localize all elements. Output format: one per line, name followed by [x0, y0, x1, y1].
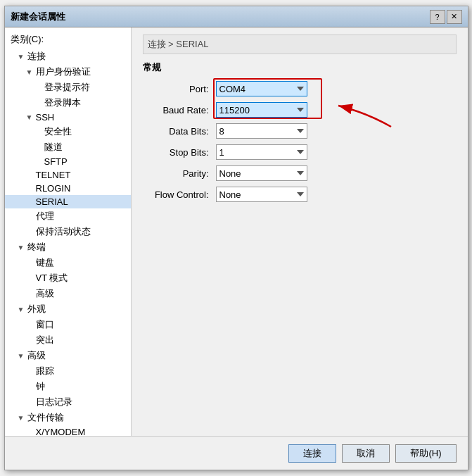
tree-item-rlogin[interactable]: RLOGIN [5, 182, 131, 195]
spacer-19 [25, 427, 34, 437]
tree-item-keyboard[interactable]: 键盘 [5, 255, 131, 270]
expand-icon-auth: ▼ [25, 67, 34, 77]
stop-bits-label: Stop Bits: [143, 147, 213, 158]
help-footer-button[interactable]: 帮助(H) [395, 444, 456, 463]
expand-icon-ssh: ▼ [25, 113, 34, 123]
tree-item-xymodem[interactable]: X/YMODEM [5, 425, 131, 436]
expand-icon-file-transfer: ▼ [16, 413, 26, 422]
stop-bits-select[interactable]: 1 1.5 2 [216, 144, 307, 160]
spacer-7 [25, 184, 34, 194]
baud-rate-wrapper: 115200 9600 19200 38400 57600 230400 [216, 102, 457, 118]
spacer-17 [25, 382, 34, 392]
expand-icon-appearance: ▼ [16, 304, 26, 314]
title-bar-buttons: ? ✕ [430, 10, 462, 24]
tree-item-keepalive[interactable]: 保持活动状态 [5, 224, 131, 239]
tree-item-tunnel[interactable]: 隧道 [5, 139, 131, 155]
category-label: 类别(C): [5, 30, 131, 49]
spacer-12 [25, 273, 34, 283]
parity-select[interactable]: None Odd Even Mark Space [216, 165, 307, 181]
title-bar: 新建会话属性 ? ✕ [5, 6, 468, 27]
tree-item-vt-mode[interactable]: VT 模式 [5, 270, 131, 286]
tree-item-auth[interactable]: ▼ 用户身份验证 [5, 64, 131, 80]
breadcrumb: 连接 > SERIAL [143, 35, 457, 54]
baud-rate-label: Baud Rate: [143, 105, 213, 115]
flow-control-label: Flow Control: [143, 189, 213, 200]
spacer-14 [25, 320, 34, 330]
spacer-18 [25, 397, 34, 407]
tree-item-login-script[interactable]: 登录脚本 [5, 95, 131, 111]
spacer-10 [25, 227, 34, 237]
close-button[interactable]: ✕ [447, 10, 462, 24]
spacer-16 [25, 366, 34, 376]
stop-bits-wrapper: 1 1.5 2 [216, 144, 457, 160]
expand-icon-connection: ▼ [16, 51, 26, 61]
tree-item-advanced2[interactable]: ▼ 高级 [5, 348, 131, 363]
data-bits-wrapper: 8 5 6 7 [216, 123, 457, 139]
tree-item-clock[interactable]: 钟 [5, 379, 131, 394]
parity-label: Parity: [143, 168, 213, 179]
form-container: Port: COM4 COM1 COM2 COM3 COM5 Baud Rate… [143, 81, 457, 202]
parity-wrapper: None Odd Even Mark Space [216, 165, 457, 181]
tree-item-advanced[interactable]: 高级 [5, 286, 131, 301]
tree-item-login-prompt[interactable]: 登录提示符 [5, 80, 131, 95]
tree-item-security[interactable]: 安全性 [5, 124, 131, 139]
tree-item-highlight[interactable]: 突出 [5, 332, 131, 348]
data-bits-label: Data Bits: [143, 126, 213, 137]
right-panel: 连接 > SERIAL 常规 [132, 27, 468, 436]
tree-item-sftp[interactable]: SFTP [5, 155, 131, 168]
spacer-15 [25, 335, 34, 345]
dialog-footer: 连接 取消 帮助(H) [5, 436, 468, 470]
dialog: 新建会话属性 ? ✕ 类别(C): ▼ 连接 ▼ 用户身份验证 登录提示符 [4, 6, 468, 470]
flow-control-wrapper: None XON/XOFF RTS/CTS DSR/DTR [216, 187, 457, 202]
flow-control-select[interactable]: None XON/XOFF RTS/CTS DSR/DTR [216, 187, 307, 202]
spacer-3 [33, 127, 43, 137]
cancel-button[interactable]: 取消 [342, 444, 390, 463]
tree-item-connection[interactable]: ▼ 连接 [5, 49, 131, 64]
help-button[interactable]: ? [430, 10, 445, 24]
spacer-13 [25, 289, 34, 299]
spacer-6 [25, 170, 34, 180]
spacer-8 [25, 197, 34, 207]
spacer-1 [33, 82, 43, 92]
connect-button[interactable]: 连接 [288, 444, 336, 463]
port-select[interactable]: COM4 COM1 COM2 COM3 COM5 [216, 81, 307, 96]
spacer-5 [33, 157, 43, 167]
tree-item-ssh[interactable]: ▼ SSH [5, 111, 131, 124]
spacer-4 [33, 142, 43, 152]
port-label: Port: [143, 84, 213, 94]
expand-icon-terminal: ▼ [16, 242, 26, 252]
tree-item-proxy[interactable]: 代理 [5, 208, 131, 224]
tree-item-serial[interactable]: SERIAL [5, 195, 131, 208]
form-grid: Port: COM4 COM1 COM2 COM3 COM5 Baud Rate… [143, 81, 457, 202]
port-wrapper: COM4 COM1 COM2 COM3 COM5 [216, 81, 457, 96]
tree-item-trace[interactable]: 跟踪 [5, 363, 131, 379]
section-title: 常规 [143, 61, 457, 74]
tree-item-appearance[interactable]: ▼ 外观 [5, 301, 131, 317]
spacer-2 [33, 98, 43, 108]
tree-item-telnet[interactable]: TELNET [5, 168, 131, 182]
baud-rate-select[interactable]: 115200 9600 19200 38400 57600 230400 [216, 102, 307, 118]
dialog-body: 类别(C): ▼ 连接 ▼ 用户身份验证 登录提示符 登录脚本 ▼ SSH [5, 27, 468, 436]
tree-item-log[interactable]: 日志记录 [5, 394, 131, 410]
tree-item-window[interactable]: 窗口 [5, 317, 131, 332]
left-panel: 类别(C): ▼ 连接 ▼ 用户身份验证 登录提示符 登录脚本 ▼ SSH [5, 27, 132, 436]
tree-item-file-transfer[interactable]: ▼ 文件传输 [5, 410, 131, 425]
data-bits-select[interactable]: 8 5 6 7 [216, 123, 307, 139]
tree-item-terminal[interactable]: ▼ 终端 [5, 239, 131, 255]
dialog-title: 新建会话属性 [11, 11, 65, 23]
expand-icon-advanced2: ▼ [16, 351, 26, 361]
spacer-9 [25, 211, 34, 221]
spacer-11 [25, 258, 34, 268]
